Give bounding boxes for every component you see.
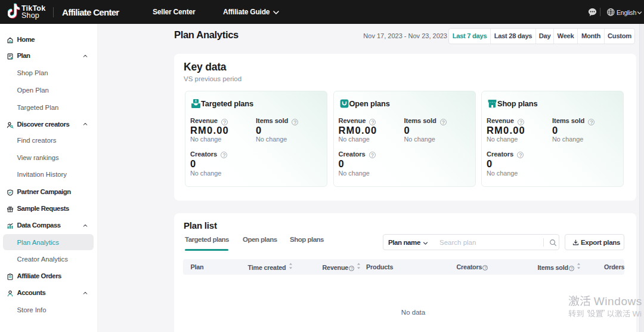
svg-text:Windows: Windows — [594, 295, 642, 308]
svg-text:Wi: Wi — [633, 309, 642, 318]
